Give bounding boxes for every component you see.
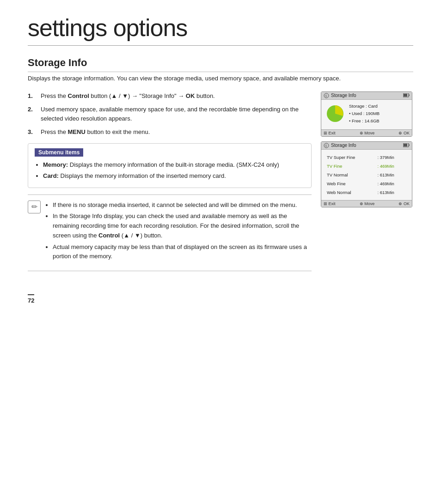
screen1-title: Storage Info	[331, 93, 356, 98]
step-3-text: Press the MENU button to exit the menu.	[41, 128, 150, 137]
note-box: ✏ If there is no storage media inserted,…	[28, 194, 312, 264]
screen2-footer: ⊞ Exit ⊕ Move ⊕ OK	[321, 200, 412, 207]
section-title: Storage Info	[28, 57, 413, 72]
step-3: 3. Press the MENU button to exit the men…	[28, 128, 312, 137]
left-content: 1. Press the Control button (▲ / ▼) → "S…	[28, 91, 312, 272]
battery-icon-2	[403, 143, 410, 147]
screen2-icons	[403, 143, 410, 147]
rec-label-0: TV Super Fine	[326, 153, 375, 161]
page-number: 72	[28, 294, 34, 304]
submenu-item-memory: Memory: Displays the memory information …	[43, 160, 305, 170]
step-3-num: 3.	[28, 128, 37, 137]
bottom-divider	[28, 271, 312, 271]
screen1-titlebar: S Storage Info	[321, 92, 412, 100]
screen2-body: TV Super Fine : 379Min TV Fine : 469Min …	[321, 150, 412, 200]
used-label: • Used	[349, 111, 362, 116]
screen1-body: Storage : Card • Used : 190MB • Free : 1…	[321, 100, 412, 129]
note-items: If there is no storage media inserted, i…	[45, 200, 312, 264]
screen2-footer-exit: ⊞ Exit	[324, 201, 336, 206]
note-3: Actual memory capacity may be less than …	[53, 243, 312, 262]
section-desc: Displays the storage information. You ca…	[28, 74, 413, 83]
used-row: • Used : 190MB	[349, 110, 380, 117]
screen2-titlebar: S Storage Info	[321, 142, 412, 150]
storage-label: Storage	[349, 103, 364, 109]
rec-val-2: : 613Min	[376, 171, 407, 179]
free-label: • Free	[349, 118, 361, 123]
storage-labels: Storage : Card • Used : 190MB • Free : 1…	[349, 103, 380, 125]
rec-table: TV Super Fine : 379Min TV Fine : 469Min …	[325, 152, 408, 197]
svg-rect-4	[404, 94, 407, 97]
svg-rect-9	[409, 145, 410, 146]
note-icon: ✏	[28, 200, 41, 213]
svg-rect-3	[409, 95, 410, 96]
svg-rect-10	[404, 144, 407, 146]
samsung-icon: S	[324, 93, 329, 98]
step-1-text: Press the Control button (▲ / ▼) → "Stor…	[41, 91, 215, 101]
storage-pie-area: Storage : Card • Used : 190MB • Free : 1…	[325, 103, 408, 125]
submenu-item-card: Card: Displays the memory information of…	[43, 171, 305, 181]
rec-val-1: : 469Min	[376, 162, 407, 170]
steps-list: 1. Press the Control button (▲ / ▼) → "S…	[28, 91, 312, 137]
svg-text:S: S	[325, 144, 327, 147]
rec-val-0: : 379Min	[376, 153, 407, 161]
submenu-items: Memory: Displays the memory information …	[35, 160, 305, 181]
rec-label-2: TV Normal	[326, 171, 375, 179]
screen1-footer-ok: ⊕ OK	[398, 131, 410, 135]
step-2: 2. Used memory space, available memory s…	[28, 105, 312, 123]
rec-val-3: : 469Min	[376, 180, 407, 188]
screen2-footer-ok: ⊕ OK	[398, 201, 410, 206]
note-1: If there is no storage media inserted, i…	[53, 200, 312, 210]
screen2-title: Storage Info	[331, 143, 356, 148]
submenu-item-memory-label: Memory:	[43, 161, 68, 168]
page-title: settings options	[28, 14, 413, 46]
svg-text:S: S	[325, 94, 327, 97]
device-screen-2: S Storage Info TV Super Fine : 379Min	[321, 141, 412, 207]
rec-row-1: TV Fine : 469Min	[326, 162, 407, 170]
pie-chart	[325, 103, 345, 124]
screen1-footer: ⊞ Exit ⊕ Move ⊕ OK	[321, 129, 412, 136]
storage-val: : Card	[366, 103, 378, 109]
submenu-box: Submenu items Memory: Displays the memor…	[28, 143, 312, 188]
rec-label-4: Web Normal	[326, 188, 375, 196]
screen1-icons	[403, 93, 410, 97]
submenu-item-card-label: Card:	[43, 172, 59, 179]
rec-row-2: TV Normal : 613Min	[326, 171, 407, 179]
rec-row-0: TV Super Fine : 379Min	[326, 153, 407, 161]
rec-row-3: Web Fine : 469Min	[326, 180, 407, 188]
battery-icon	[403, 93, 410, 97]
free-row: • Free : 14.6GB	[349, 117, 380, 125]
used-val: : 190MB	[363, 111, 380, 116]
samsung-icon-2: S	[324, 143, 329, 148]
content-area: 1. Press the Control button (▲ / ▼) → "S…	[28, 91, 413, 272]
screen1-footer-exit: ⊞ Exit	[324, 131, 336, 135]
rec-val-4: : 613Min	[376, 188, 407, 196]
submenu-title: Submenu items	[35, 148, 83, 157]
rec-label-1: TV Fine	[326, 162, 375, 170]
screen2-footer-move: ⊕ Move	[360, 201, 375, 206]
submenu-item-card-desc: Displays the memory information of the i…	[61, 172, 226, 179]
rec-row-4: Web Normal : 613Min	[326, 188, 407, 196]
rec-label-3: Web Fine	[326, 180, 375, 188]
step-1: 1. Press the Control button (▲ / ▼) → "S…	[28, 91, 312, 101]
submenu-item-memory-desc: Displays the memory information of the b…	[70, 161, 279, 168]
right-content: S Storage Info	[321, 91, 413, 272]
step-2-num: 2.	[28, 105, 37, 123]
storage-row: Storage : Card	[349, 103, 380, 110]
note-2: In the Storage Info display, you can che…	[53, 212, 312, 240]
device-screen-1: S Storage Info	[321, 91, 412, 137]
free-val: : 14.6GB	[362, 118, 380, 123]
step-1-num: 1.	[28, 91, 37, 101]
step-2-text: Used memory space, available memory spac…	[41, 105, 312, 123]
screen1-footer-move: ⊕ Move	[360, 131, 375, 135]
